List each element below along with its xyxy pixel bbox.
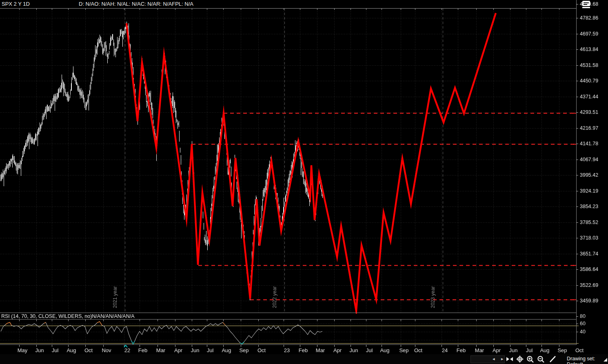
price-axis-label: 3785.52 [580, 219, 598, 226]
price-axis-label: 4141.78 [580, 140, 598, 147]
time-axis-label: Sep [235, 347, 253, 353]
time-axis-label: Feb [294, 347, 312, 353]
panel-maximize-icon[interactable] [582, 0, 591, 10]
price-axis-label: 4216.97 [580, 125, 598, 131]
zoom-in-icon[interactable] [526, 355, 535, 363]
time-axis-label: Aug [376, 347, 394, 353]
rsi-study-header: RSI (14, 70, 30, CLOSE, WILDERS, no)N/AN… [0, 314, 576, 320]
price-axis-label: 4531.58 [580, 62, 598, 69]
crosshair-icon[interactable] [515, 355, 524, 363]
price-axis-label: 3651.74 [580, 251, 598, 257]
rsi-axis-label: 60 [580, 320, 586, 327]
rsi-study-label[interactable]: RSI (14, 70, 30, CLOSE, WILDERS, no)N/AN… [1, 313, 135, 319]
price-axis-label: 3995.42 [580, 172, 598, 178]
drawing-set-selector[interactable]: Drawing set: Default [567, 356, 608, 364]
time-axis-label: Jul [201, 347, 219, 353]
fit-width-icon[interactable] [505, 355, 514, 363]
ohlc-status-readout: D: N/AO: N/AH: N/AL: N/AC: N/AR: N/AFPL:… [79, 1, 193, 7]
time-axis-label: Oct [570, 347, 588, 353]
time-axis-label: Sep [553, 347, 571, 353]
time-axis-label: Oct [80, 347, 98, 353]
time-axis-label: Jun [504, 347, 522, 353]
year-line-label: 2023 year [430, 286, 436, 308]
time-axis-label: Apr [488, 347, 506, 353]
price-axis-label: 3924.19 [580, 188, 598, 194]
time-axis-label: 23 [278, 347, 296, 353]
pan-right-icon[interactable]: ▸ [501, 356, 504, 362]
time-axis-label: Aug [217, 347, 235, 353]
chart-header: SPX 2 Y 1D D: N/AO: N/AH: N/AL: N/AC: N/… [0, 0, 576, 9]
price-axis-label: 4067.94 [580, 156, 598, 163]
zoom-out-icon[interactable] [536, 355, 545, 363]
year-line-label: 2021 year [112, 286, 118, 308]
trendline-tool-icon[interactable] [548, 355, 557, 363]
price-axis-label: 4697.59 [580, 31, 598, 37]
price-axis-label: 3718.03 [580, 235, 598, 241]
time-axis-label: Oct [253, 347, 271, 353]
time-axis-label: Oct [409, 347, 427, 353]
price-axis-label: 3522.69 [580, 282, 598, 289]
time-axis-label: Feb [452, 347, 470, 353]
price-axis-label: 3459.89 [580, 297, 598, 304]
price-axis-label: 3586.64 [580, 266, 598, 273]
time-axis-label: Aug [62, 347, 80, 353]
charting-app-window: { "header": { "symbol": "SPX 2 Y 1D", "s… [0, 0, 608, 364]
bottom-toolbar: ◂ ▸ Drawing set: Default [0, 354, 608, 364]
price-axis-label: 4613.84 [580, 46, 598, 53]
price-axis-label: 4293.51 [580, 109, 598, 115]
time-axis-label: Aug [536, 347, 554, 353]
price-axis-label: 4450.79 [580, 78, 598, 84]
price-axis-label: 4782.86 [580, 15, 598, 21]
time-axis-label: May [13, 347, 31, 353]
time-axis-label: 24 [436, 347, 454, 353]
chart-canvas[interactable] [0, 0, 608, 364]
rsi-axis-label: 80 [580, 313, 586, 320]
price-axis-label: 4371.44 [580, 93, 598, 100]
time-axis-label: Mar [311, 347, 329, 353]
pan-left-icon[interactable]: ◂ [493, 356, 495, 362]
time-axis-label: Mar [152, 347, 170, 353]
time-axis-label: Mar [470, 347, 488, 353]
year-line-label: 2022 year [272, 286, 277, 308]
time-axis-label: Nov [98, 347, 115, 353]
symbol-title: SPX 2 Y 1D [2, 1, 30, 7]
time-axis-label: Apr [328, 347, 346, 353]
rsi-axis-label: 40 [580, 328, 586, 335]
time-axis-label: Apr [169, 347, 187, 353]
price-axis-label: 3854.23 [580, 203, 598, 210]
time-axis-label: Feb [134, 347, 152, 353]
resize-handle-icon[interactable] [604, 358, 607, 362]
scroll-track[interactable] [470, 355, 505, 363]
time-axis-label: Jul [46, 347, 64, 353]
